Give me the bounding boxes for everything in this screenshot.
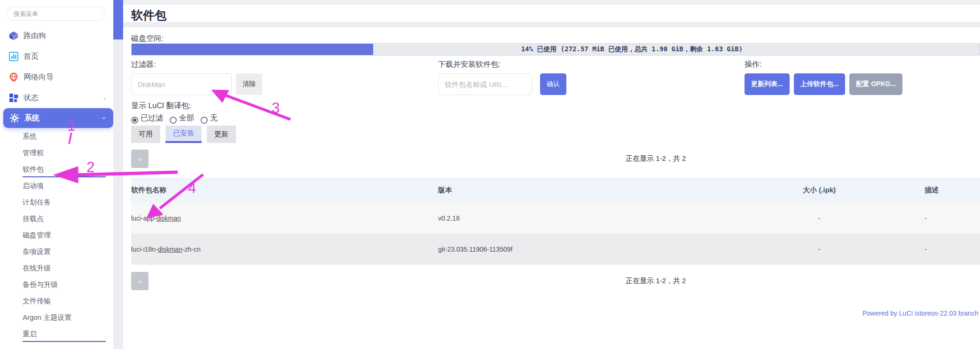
radio-all-label: 全部 — [179, 113, 194, 123]
package-description: - — [925, 214, 980, 222]
package-description: - — [925, 246, 980, 253]
submenu-item-online-upgrade[interactable]: 在线升级 — [23, 260, 106, 276]
package-toolbar: 过滤器: 清除 显示 LuCI 翻译包: 已过滤 全部 无 — [131, 60, 980, 126]
package-tabs: 可用 已安装 更新 — [131, 126, 236, 143]
package-size: - — [714, 214, 925, 222]
package-size: - — [714, 246, 925, 253]
chevron-right-icon: › — [103, 94, 106, 102]
sidebar-item-label: 状态 — [24, 93, 39, 103]
search-input[interactable] — [7, 7, 105, 21]
package-name-match[interactable]: diskman — [158, 246, 182, 253]
submenu-item-argon-config[interactable]: Argon 主题设置 — [23, 309, 106, 325]
clear-filter-button[interactable]: 清除 — [236, 73, 262, 95]
grid-icon — [8, 93, 19, 103]
radio-all-icon[interactable] — [170, 117, 177, 124]
package-name-prefix: luci-i18n- — [131, 246, 158, 253]
tab-updates[interactable]: 更新 — [207, 126, 236, 143]
disk-space-label: 磁盘空间: — [131, 34, 163, 44]
submenu-item-reboot[interactable]: 重启 — [23, 325, 106, 342]
page-title: 软件包 — [131, 8, 166, 23]
submenu-item-cron[interactable]: 计划任务 — [23, 194, 106, 210]
submenu-item-backup-flash[interactable]: 备份与升级 — [23, 276, 106, 293]
sidebar-item-home[interactable]: 首页 — [0, 46, 113, 67]
table-row: luci-app-diskman v0.2.18 - - — [131, 202, 980, 234]
chart-icon — [8, 51, 19, 62]
luci-i18n-label: 显示 LuCI 翻译包: — [131, 101, 262, 111]
pagination-info: 正在显示 1-2，共 2 — [626, 154, 686, 163]
gear-icon — [9, 113, 20, 123]
package-name-prefix: luci-app- — [131, 214, 157, 222]
sidebar-item-label: 系统 — [24, 113, 39, 123]
download-column: 下载并安装软件包: 确认 — [438, 60, 566, 95]
package-name[interactable]: luci-i18n-diskman-zh-cn — [131, 246, 438, 253]
sidebar-item-routerdog[interactable]: 路由狗 — [0, 25, 113, 46]
pagination-info: 正在显示 1-2，共 2 — [626, 277, 686, 286]
submenu-item-file-transfer[interactable]: 文件传输 — [23, 293, 106, 309]
package-version: v0.2.18 — [438, 214, 714, 222]
globe-icon — [8, 72, 19, 82]
ok-button[interactable]: 确认 — [540, 73, 566, 95]
main-content: 软件包 磁盘空间: 14% 已使用 (272.57 MiB 已使用，总共 1.9… — [123, 0, 980, 349]
filter-label: 过滤器: — [131, 60, 262, 70]
pagination-top: « 正在显示 1-2，共 2 — [131, 150, 980, 168]
package-version: git-23.035.11906-113509f — [438, 246, 714, 253]
radio-filtered[interactable]: 已过滤 — [131, 113, 163, 124]
submenu-item-mounts[interactable]: 挂载点 — [23, 210, 106, 227]
top-band — [123, 0, 980, 5]
i18n-radio-group: 已过滤 全部 无 — [131, 113, 262, 124]
radio-all[interactable]: 全部 — [170, 113, 194, 124]
col-header-version: 版本 — [438, 186, 714, 195]
pagination-bottom: « 正在显示 1-2，共 2 — [131, 272, 980, 291]
col-header-description: 描述 — [925, 186, 980, 195]
table-row: luci-i18n-diskman-zh-cn git-23.035.11906… — [131, 234, 980, 265]
filter-column: 过滤器: 清除 显示 LuCI 翻译包: 已过滤 全部 无 — [131, 60, 262, 124]
tab-installed[interactable]: 已安装 — [165, 126, 202, 143]
sidebar-item-network-wizard[interactable]: 网络向导 — [0, 67, 113, 87]
prev-page-button[interactable]: « — [131, 150, 149, 168]
radio-filtered-label: 已过滤 — [141, 113, 163, 123]
submenu-item-diskman[interactable]: 磁盘管理 — [23, 227, 106, 243]
download-install-label: 下载并安装软件包: — [438, 60, 566, 70]
tab-available[interactable]: 可用 — [131, 126, 160, 143]
sidebar: 路由狗 首页 网络向导 状态 › 系统 › 系统 管理权 软件包 启动项 计划任… — [0, 0, 113, 349]
package-name-match[interactable]: diskman — [157, 214, 181, 222]
download-url-input[interactable] — [438, 73, 532, 95]
radio-none-label: 无 — [210, 113, 218, 123]
table-header-row: 软件包名称 版本 大小 (.ipk) 描述 — [131, 178, 980, 202]
system-submenu: 系统 管理权 软件包 启动项 计划任务 挂载点 磁盘管理 杂项设置 在线升级 备… — [0, 128, 113, 342]
submenu-item-packages[interactable]: 软件包 — [23, 161, 106, 177]
prev-page-button[interactable]: « — [131, 272, 149, 290]
col-header-name: 软件包名称 — [131, 186, 438, 195]
update-lists-button[interactable]: 更新列表... — [745, 73, 790, 95]
disk-usage-text: 14% 已使用 (272.57 MiB 已使用，总共 1.90 GiB，剩余 1… — [132, 44, 980, 55]
sidebar-item-label: 网络向导 — [24, 72, 54, 82]
upload-package-button[interactable]: 上传软件包... — [794, 73, 846, 95]
sidebar-item-label: 首页 — [24, 52, 39, 62]
radio-none-icon[interactable] — [201, 117, 208, 124]
powered-by-link[interactable]: Powered by LuCI istoreos-22.03 branch (g… — [862, 309, 980, 317]
package-name-suffix: -zh-cn — [182, 246, 201, 253]
sidebar-item-status[interactable]: 状态 › — [0, 87, 113, 108]
package-name[interactable]: luci-app-diskman — [131, 214, 438, 222]
sidebar-item-label: 路由狗 — [24, 31, 46, 41]
actions-label: 操作: — [745, 60, 902, 70]
submenu-item-system[interactable]: 系统 — [23, 128, 106, 144]
actions-column: 操作: 更新列表... 上传软件包... 配置 OPKG... — [745, 60, 902, 95]
scrollbar-thumb[interactable] — [113, 0, 123, 40]
disk-usage-progressbar: 14% 已使用 (272.57 MiB 已使用，总共 1.90 GiB，剩余 1… — [131, 43, 980, 56]
chevron-down-icon: › — [101, 117, 109, 119]
submenu-item-startup[interactable]: 启动项 — [23, 177, 106, 194]
sidebar-scrollbar[interactable] — [113, 0, 123, 349]
sidebar-item-system[interactable]: 系统 › — [3, 108, 113, 128]
radio-none[interactable]: 无 — [201, 113, 218, 124]
cube-icon — [8, 31, 19, 41]
package-table: 软件包名称 版本 大小 (.ipk) 描述 luci-app-diskman v… — [131, 178, 980, 265]
filter-input[interactable] — [131, 73, 232, 95]
configure-opkg-button[interactable]: 配置 OPKG... — [849, 73, 902, 95]
submenu-item-admin[interactable]: 管理权 — [23, 144, 106, 161]
title-divider — [123, 22, 980, 27]
col-header-size: 大小 (.ipk) — [714, 186, 925, 195]
radio-filtered-icon[interactable] — [131, 117, 138, 124]
submenu-item-misc[interactable]: 杂项设置 — [23, 243, 106, 260]
